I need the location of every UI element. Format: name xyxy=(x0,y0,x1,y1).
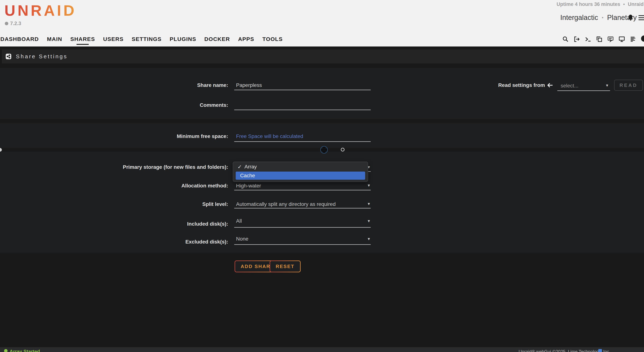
excluded-disks-select[interactable]: None xyxy=(236,236,248,242)
copy-icon[interactable] xyxy=(596,36,603,42)
nav-dashboard[interactable]: DASHBOARD xyxy=(0,36,39,42)
edge-handle-icon xyxy=(0,148,2,152)
nav-shares[interactable]: SHARES xyxy=(70,36,95,42)
primary-storage-dropdown: ✓ Array Cache xyxy=(233,162,368,182)
flash-backup-icon[interactable] xyxy=(598,349,602,352)
input-underline xyxy=(234,90,371,90)
separator-dot: • xyxy=(623,2,625,7)
move-cursor-icon xyxy=(320,146,328,154)
array-status-icon xyxy=(4,349,8,352)
version-icon xyxy=(5,22,8,25)
reset-button[interactable]: RESET xyxy=(270,260,300,272)
input-underline xyxy=(234,227,371,228)
dropdown-option-label: Cache xyxy=(240,173,255,178)
dropdown-option-cache[interactable]: Cache xyxy=(236,172,365,180)
min-free-space-input[interactable] xyxy=(236,133,369,140)
notifications-bell-icon[interactable] xyxy=(627,14,634,21)
logout-icon[interactable] xyxy=(573,36,580,42)
share-name-label: Share name: xyxy=(197,82,228,88)
main-nav: DASHBOARD MAIN SHARES USERS SETTINGS PLU… xyxy=(0,34,283,44)
nav-plugins[interactable]: PLUGINS xyxy=(170,36,196,42)
uptime-text: Uptime 4 hours 36 minutes xyxy=(556,2,620,7)
nav-apps[interactable]: APPS xyxy=(238,36,254,42)
unraid-logo[interactable]: UNRAID xyxy=(4,2,76,19)
input-underline xyxy=(234,110,371,110)
version-label: 7.2.3 xyxy=(10,21,21,26)
page-title: Share Settings xyxy=(16,53,68,60)
comments-input[interactable] xyxy=(236,102,369,108)
input-underline xyxy=(234,141,371,142)
search-icon[interactable] xyxy=(562,36,569,42)
included-disks-label: Included disk(s): xyxy=(187,221,228,227)
allocation-method-select[interactable]: High-water xyxy=(236,183,261,189)
input-underline xyxy=(557,90,610,91)
split-level-label: Split level: xyxy=(202,201,228,207)
chevron-down-icon[interactable]: ▼ xyxy=(367,237,371,241)
os-name: Unraid OS xyxy=(628,2,644,7)
read-button[interactable]: READ xyxy=(614,80,643,91)
nav-settings[interactable]: SETTINGS xyxy=(132,36,162,42)
uptime-line: Uptime 4 hours 36 minutes • Unraid OS St… xyxy=(556,2,644,7)
chevron-down-icon[interactable]: ▼ xyxy=(367,219,371,223)
comments-label: Comments: xyxy=(200,102,228,108)
nav-tools[interactable]: TOOLS xyxy=(262,36,283,42)
separator-dot: • xyxy=(602,15,604,20)
chevron-down-icon[interactable]: ▼ xyxy=(605,84,609,88)
input-underline xyxy=(234,208,371,208)
server-line: Intergalactic • Planetary xyxy=(560,14,637,22)
panel-identity xyxy=(0,68,644,119)
feedback-icon[interactable] xyxy=(607,36,614,42)
copyright-text: Unraid® webGui ©2025, Lime Technology, I… xyxy=(518,349,610,352)
allocation-method-label: Allocation method: xyxy=(181,183,228,189)
chevron-down-icon[interactable]: ▼ xyxy=(367,184,371,188)
read-settings-select[interactable]: select... xyxy=(561,83,578,89)
nav-main[interactable]: MAIN xyxy=(47,36,62,42)
toolbar-icons xyxy=(562,34,636,44)
input-underline xyxy=(234,244,371,245)
unraid-share-settings-screen: UNRAID 7.2.3 Uptime 4 hours 36 minutes •… xyxy=(0,0,644,352)
input-underline xyxy=(234,190,371,190)
read-settings-label: Read settings from xyxy=(498,82,545,88)
reset-button-label: RESET xyxy=(270,261,300,272)
header: UNRAID 7.2.3 Uptime 4 hours 36 minutes •… xyxy=(0,0,644,46)
footer-bar: Array Started Unraid® webGui ©2025, Lime… xyxy=(0,347,644,352)
dropdown-option-array[interactable]: ✓ Array xyxy=(233,162,368,172)
chevron-down-icon[interactable]: ▼ xyxy=(367,202,371,206)
theme-toggle-icon[interactable] xyxy=(641,36,644,42)
min-free-space-label: Minimum free space: xyxy=(177,133,228,140)
nav-users[interactable]: USERS xyxy=(103,36,124,42)
page-title-bar: Share Settings xyxy=(2,50,644,64)
check-icon: ✓ xyxy=(238,164,242,170)
version-badge: 7.2.3 xyxy=(5,21,21,26)
server-name[interactable]: Intergalactic xyxy=(560,14,598,22)
share-icon xyxy=(6,54,12,60)
dropdown-option-label: Array xyxy=(244,164,257,170)
excluded-disks-label: Excluded disk(s): xyxy=(185,239,228,245)
arrow-left-icon xyxy=(547,82,553,88)
display-icon[interactable] xyxy=(618,36,625,42)
terminal-icon[interactable] xyxy=(584,36,592,42)
menu-hamburger-icon[interactable] xyxy=(638,15,644,21)
array-status-text: Array Started xyxy=(10,349,40,352)
split-level-select[interactable]: Automatically split any directory as req… xyxy=(236,201,336,207)
share-name-input[interactable] xyxy=(236,82,369,88)
primary-storage-label: Primary storage (for new files and folde… xyxy=(123,164,228,170)
included-disks-select[interactable]: All xyxy=(236,218,242,224)
click-indicator-icon xyxy=(341,148,344,152)
nav-docker[interactable]: DOCKER xyxy=(204,36,230,42)
log-icon[interactable] xyxy=(630,36,636,42)
